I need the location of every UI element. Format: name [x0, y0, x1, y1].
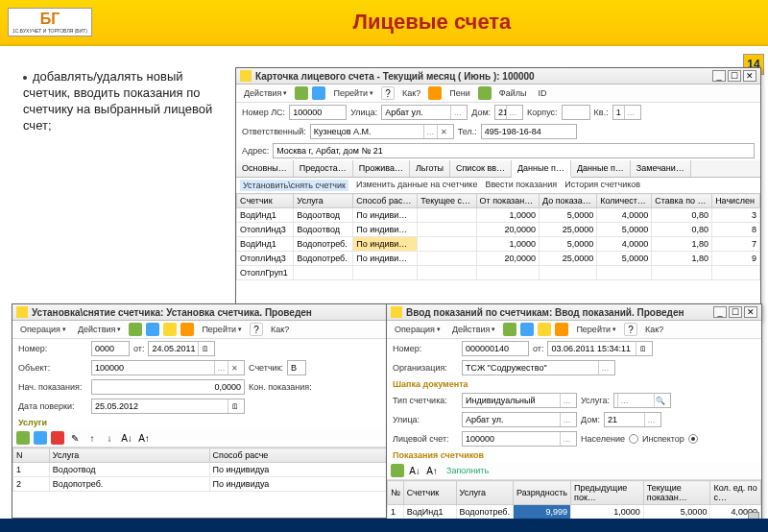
lookup-icon[interactable]: …	[560, 432, 573, 446]
add-row-icon[interactable]	[391, 464, 404, 477]
clear-icon[interactable]: ✕	[437, 125, 450, 138]
calendar-icon[interactable]: 🗓	[198, 342, 211, 355]
report-icon[interactable]	[555, 323, 568, 336]
id-button[interactable]: ID	[534, 87, 550, 99]
save-icon[interactable]	[295, 86, 308, 100]
field-resp[interactable]: Кузнецов А.М.…✕	[310, 124, 454, 139]
field-street[interactable]: Арбат ул.…	[462, 412, 577, 427]
minimize-button[interactable]: _	[712, 70, 726, 82]
col-header[interactable]: Количест…	[597, 194, 652, 208]
lookup-icon[interactable]: …	[506, 106, 519, 119]
save-icon[interactable]	[146, 323, 159, 336]
tab-6[interactable]: Данные п…	[571, 160, 631, 177]
minimize-button[interactable]: _	[713, 306, 727, 318]
goto-menu[interactable]: Перейти▾	[329, 87, 377, 99]
lookup-icon[interactable]: …	[450, 106, 464, 119]
col-header[interactable]: Способ рас…	[353, 194, 418, 208]
subtab-2[interactable]: Ввести показания	[485, 180, 557, 191]
add-row-icon[interactable]	[16, 431, 30, 445]
col-header[interactable]: Ставка по …	[652, 194, 712, 208]
peni-button[interactable]: Пени	[445, 87, 473, 99]
close-button[interactable]: ✕	[743, 70, 756, 82]
field-addr[interactable]: Москва г, Арбат, дом № 21	[273, 143, 755, 158]
actions-menu[interactable]: Действия▾	[448, 324, 499, 335]
operation-menu[interactable]: Операция▾	[391, 324, 444, 335]
tab-5[interactable]: Данные п…	[512, 160, 571, 178]
col-header[interactable]: Услуга	[49, 448, 209, 463]
col-header[interactable]: Счетчик	[403, 481, 456, 505]
sort-asc-icon[interactable]: A↓	[120, 431, 133, 445]
field-meter[interactable]: В	[287, 360, 306, 375]
field-number[interactable]: 000000140	[462, 341, 529, 356]
clear-icon[interactable]: ✕	[228, 361, 241, 375]
print-icon[interactable]	[538, 323, 551, 336]
lookup-icon[interactable]: …	[560, 413, 573, 426]
goto-menu[interactable]: Перейти▾	[572, 324, 620, 335]
table-row[interactable]: ОтоплИнд3ВодоотводПо индиви…20,000025,00…	[237, 223, 760, 237]
sort-asc-icon[interactable]: A↓	[408, 464, 421, 477]
files-icon[interactable]	[478, 86, 492, 100]
move-up-icon[interactable]: ↑	[85, 431, 99, 445]
col-header[interactable]: До показа…	[539, 194, 596, 208]
open-icon[interactable]: 🔍	[654, 394, 667, 407]
table-row[interactable]: ВодИнд1Водопотреб.По индиви…1,00005,0000…	[237, 237, 760, 252]
col-header[interactable]: Услуга	[456, 481, 513, 505]
radio-population[interactable]	[629, 434, 638, 444]
col-header[interactable]: Кол. ед. по с…	[710, 481, 761, 505]
how-button[interactable]: Как?	[641, 324, 667, 335]
table-row[interactable]: 1ВодИнд1Водопотреб.9,9991,00005,00004,00…	[388, 505, 761, 520]
tab-2[interactable]: Прожива…	[353, 160, 410, 177]
edit-row-icon[interactable]: ✎	[68, 431, 82, 445]
operation-menu[interactable]: Операция▾	[16, 324, 70, 335]
col-header[interactable]: Разрядность	[513, 481, 570, 505]
subtab-3[interactable]: История счетчиков	[564, 180, 640, 191]
actions-menu[interactable]: Действия▾	[240, 87, 291, 99]
col-header[interactable]: Предыдущие пок…	[571, 481, 644, 505]
calendar-icon[interactable]: 🗓	[228, 399, 241, 413]
help-icon[interactable]: ?	[381, 86, 395, 100]
lookup-icon[interactable]: …	[624, 106, 637, 119]
calendar-icon[interactable]: 🗓	[636, 342, 649, 355]
radio-inspector[interactable]	[688, 434, 698, 444]
lookup-icon[interactable]: …	[214, 361, 228, 375]
col-header[interactable]: №	[388, 481, 404, 505]
fill-button[interactable]: Заполнить	[443, 465, 492, 476]
goto-menu[interactable]: Перейти▾	[198, 324, 246, 335]
tab-1[interactable]: Предоста…	[294, 160, 353, 177]
help-icon[interactable]: ?	[624, 323, 637, 336]
lookup-icon[interactable]: …	[644, 413, 658, 426]
col-header[interactable]: От показан…	[476, 194, 539, 208]
sort-desc-icon[interactable]: A↑	[425, 464, 439, 477]
titlebar[interactable]: Ввод показаний по счетчикам: Ввод показа…	[387, 304, 761, 321]
print-icon[interactable]	[163, 323, 177, 336]
table-row[interactable]: ОтоплИнд3Водопотреб.По индиви…20,000025,…	[237, 252, 760, 266]
tab-4[interactable]: Список вв…	[450, 160, 512, 177]
field-start-reading[interactable]: 0,0000	[91, 379, 245, 395]
delete-row-icon[interactable]	[51, 431, 64, 445]
lookup-icon[interactable]: …	[598, 361, 612, 375]
field-org[interactable]: ТСЖ "Содружество"…	[462, 360, 615, 375]
field-tel[interactable]: 495-198-16-84	[481, 124, 577, 139]
subtab-1[interactable]: Изменить данные на счетчике	[356, 180, 477, 191]
files-button[interactable]: Файлы	[495, 87, 531, 99]
table-row[interactable]: 2Водопотреб.По индивидуа	[13, 477, 387, 492]
maximize-button[interactable]: ☐	[728, 70, 741, 82]
field-check-date[interactable]: 25.05.2012🗓	[91, 399, 245, 414]
col-header[interactable]: Счетчик	[237, 194, 294, 208]
how-button[interactable]: Как?	[267, 324, 293, 335]
field-house[interactable]: 21…	[604, 412, 661, 427]
field-street[interactable]: Арбат ул.…	[381, 105, 468, 120]
col-header[interactable]: N	[13, 448, 50, 463]
field-ls[interactable]: 100000	[289, 105, 347, 120]
services-grid[interactable]: NУслугаСпособ расче1ВодоотводПо индивиду…	[12, 447, 387, 492]
refresh-icon[interactable]	[312, 86, 325, 100]
copy-row-icon[interactable]	[34, 431, 47, 445]
post-icon[interactable]	[129, 323, 142, 336]
titlebar[interactable]: Установка\снятие счетчика: Установка сче…	[12, 304, 387, 321]
col-header[interactable]: Начислен	[712, 194, 760, 208]
report-icon[interactable]	[180, 323, 194, 336]
close-button[interactable]: ✕	[744, 306, 757, 318]
help-icon[interactable]: ?	[250, 323, 263, 336]
field-datetime[interactable]: 03.06.2011 15:34:11🗓	[547, 341, 653, 356]
maximize-button[interactable]: ☐	[729, 306, 742, 318]
